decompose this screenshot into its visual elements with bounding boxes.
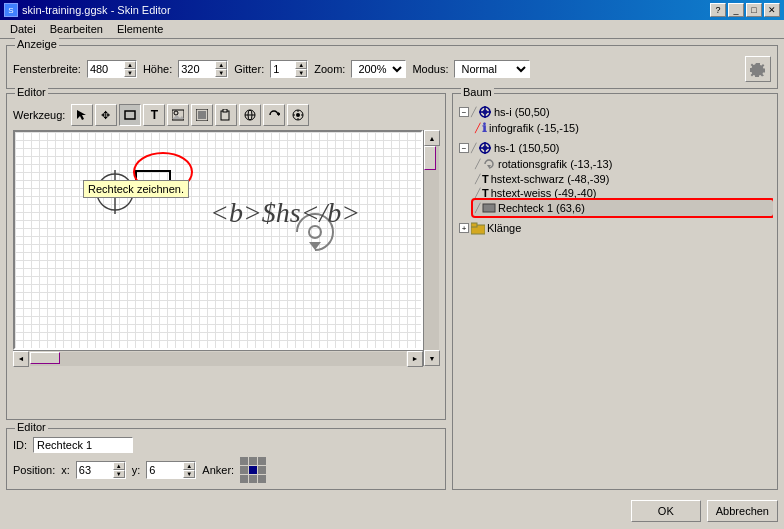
fill-tool-btn[interactable] [191,104,213,126]
gitter-up[interactable]: ▲ [295,61,307,69]
tree-item-rotationsgrafik[interactable]: ╱ rotationsgrafik (-13,-13) [473,156,773,172]
tree-item-rechteck1[interactable]: ╱ Rechteck 1 (63,6) [473,200,773,216]
svg-rect-36 [483,204,495,212]
paste-tool-btn[interactable] [215,104,237,126]
tree-item-hstext-weiss[interactable]: ╱ T hstext-weiss (-49,-40) [473,186,773,200]
fensterbreite-up[interactable]: ▲ [124,61,136,69]
scrollbar-horizontal[interactable]: ◄ ► [13,350,423,366]
anker-ml[interactable] [240,466,248,474]
hoehe-down[interactable]: ▼ [215,69,227,77]
scroll-h-thumb[interactable] [30,352,60,364]
anker-br[interactable] [258,475,266,483]
scroll-up-btn[interactable]: ▲ [424,130,440,146]
anker-mm[interactable] [249,466,257,474]
tree-item-infografik[interactable]: ╱ ℹ infografik (-15,-15) [473,120,773,136]
tooltip-text: Rechteck zeichnen. [88,183,184,195]
text-icon: T [151,108,158,122]
anker-bl[interactable] [240,475,248,483]
scrollbar-vertical[interactable]: ▲ ▼ [423,130,439,366]
modus-label: Modus: [412,63,448,75]
abbrechen-button[interactable]: Abbrechen [707,500,778,522]
y-input[interactable] [147,463,183,477]
menu-bar: Datei Bearbeiten Elemente [0,20,784,39]
fensterbreite-down[interactable]: ▼ [124,69,136,77]
anzeige-group: Anzeige Fensterbreite: ▲ ▼ Höhe: ▲ ▼ Git… [6,45,778,89]
zoom-dropdown[interactable]: 50% 100% 200% 400% [351,60,406,78]
zoom-select[interactable]: 50% 100% 200% 400% [352,61,405,77]
expand-klange[interactable]: + [459,223,469,233]
anker-tl[interactable] [240,457,248,465]
y-spin[interactable]: ▲ ▼ [146,461,196,479]
gitter-label: Gitter: [234,63,264,75]
fensterbreite-input[interactable] [88,62,124,76]
gitter-input[interactable] [271,62,295,76]
id-input[interactable] [33,437,133,453]
scroll-down-btn[interactable]: ▼ [424,350,440,366]
x-down[interactable]: ▼ [113,470,125,478]
extra-tool-btn[interactable] [287,104,309,126]
scroll-v-track[interactable] [424,146,439,350]
tree-content: − ╱ hs-i (50,50) ╱ ℹ infografik (-15,-15… [457,104,773,236]
minimize-button[interactable]: _ [728,3,744,17]
werkzeug-label: Werkzeug: [13,109,65,121]
x-input[interactable] [77,463,113,477]
anker-grid[interactable] [240,457,266,483]
expand-hs-1[interactable]: − [459,143,469,153]
help-button[interactable]: ? [710,3,726,17]
modus-dropdown[interactable]: Normal Schreiben [454,60,530,78]
web-tool-btn[interactable] [239,104,261,126]
move-tool-btn[interactable]: ✥ [95,104,117,126]
toolbar: Werkzeug: ✥ T [13,104,439,126]
svg-marker-5 [172,115,184,119]
text-tool-btn[interactable]: T [143,104,165,126]
rect-icon [124,109,136,121]
settings-button[interactable] [745,56,771,82]
tree-item-hs-i[interactable]: − ╱ hs-i (50,50) [457,104,773,120]
canvas-area[interactable]: <b>$hs</b> Rechteck zeichnen. [13,130,423,350]
gitter-down[interactable]: ▼ [295,69,307,77]
paste-icon [220,109,232,121]
pen-icon-infografik: ╱ [475,123,480,133]
anker-tr[interactable] [258,457,266,465]
scroll-left-btn[interactable]: ◄ [13,351,29,367]
select-tool-btn[interactable] [71,104,93,126]
svg-point-15 [296,113,300,117]
id-label: ID: [13,439,27,451]
tree-item-hstext-schwarz[interactable]: ╱ T hstext-schwarz (-48,-39) [473,172,773,186]
gitter-spin[interactable]: ▲ ▼ [270,60,308,78]
anker-bm[interactable] [249,475,257,483]
rotate-tool-btn[interactable] [263,104,285,126]
modus-select[interactable]: Normal Schreiben [455,61,529,77]
scroll-right-btn[interactable]: ► [407,351,423,367]
y-up[interactable]: ▲ [183,462,195,470]
menu-bearbeiten[interactable]: Bearbeiten [44,22,109,36]
fill-icon [196,109,208,121]
maximize-button[interactable]: □ [746,3,762,17]
tree-item-klange[interactable]: + Klänge [457,220,773,236]
rect-tool-btn[interactable] [119,104,141,126]
image-tool-btn[interactable] [167,104,189,126]
anker-mr[interactable] [258,466,266,474]
tree-label-hs-i: hs-i (50,50) [494,106,550,118]
close-button[interactable]: ✕ [764,3,780,17]
x-spin[interactable]: ▲ ▼ [76,461,126,479]
baum-label: Baum [461,86,494,98]
x-up[interactable]: ▲ [113,462,125,470]
anker-tm[interactable] [249,457,257,465]
tree-label-rechteck1: Rechteck 1 (63,6) [498,202,585,214]
scroll-v-thumb[interactable] [424,146,436,170]
hoehe-spin[interactable]: ▲ ▼ [178,60,228,78]
ok-button[interactable]: OK [631,500,701,522]
anzeige-label: Anzeige [15,38,59,50]
svg-rect-9 [223,109,227,112]
menu-elemente[interactable]: Elemente [111,22,169,36]
hoehe-up[interactable]: ▲ [215,61,227,69]
hoehe-input[interactable] [179,62,215,76]
pen-icon-hs-1: ╱ [471,143,476,153]
fensterbreite-spin[interactable]: ▲ ▼ [87,60,137,78]
y-down[interactable]: ▼ [183,470,195,478]
menu-datei[interactable]: Datei [4,22,42,36]
scroll-h-track[interactable] [30,352,406,366]
tree-item-hs-1[interactable]: − ╱ hs-1 (150,50) [457,140,773,156]
expand-hs-i[interactable]: − [459,107,469,117]
